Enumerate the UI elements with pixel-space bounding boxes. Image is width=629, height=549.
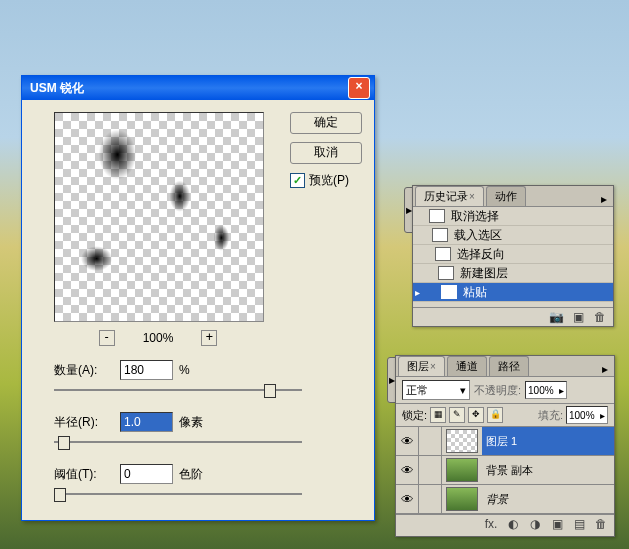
opacity-input[interactable]: 100%▸ xyxy=(525,381,567,399)
threshold-label: 阈值(T): xyxy=(54,466,114,483)
history-item[interactable]: 取消选择 xyxy=(413,207,613,226)
amount-slider[interactable] xyxy=(54,382,302,398)
history-item[interactable]: 选择反向 xyxy=(413,245,613,264)
history-item[interactable]: ▸粘贴 xyxy=(413,283,613,302)
preview-image[interactable] xyxy=(54,112,264,322)
zoom-out-button[interactable]: - xyxy=(99,330,115,346)
fill-input[interactable]: 100%▸ xyxy=(566,406,608,424)
history-new-icon[interactable]: ▣ xyxy=(571,310,585,324)
ok-button[interactable]: 确定 xyxy=(290,112,362,134)
layer-item[interactable]: 👁背景 xyxy=(396,485,614,514)
history-step-icon xyxy=(438,266,454,280)
blend-mode-select[interactable]: 正常▾ xyxy=(402,380,470,400)
tab-layers[interactable]: 图层× xyxy=(398,356,445,376)
fill-label: 填充: xyxy=(538,408,563,423)
layer-thumbnail[interactable] xyxy=(446,429,478,453)
link-column[interactable] xyxy=(419,456,442,484)
layer-thumbnail[interactable] xyxy=(446,458,478,482)
history-step-icon xyxy=(432,228,448,242)
link-column[interactable] xyxy=(419,427,442,455)
layer-adjust-icon[interactable]: ◑ xyxy=(528,517,542,531)
layer-name-label[interactable]: 背景 副本 xyxy=(482,456,614,484)
dialog-titlebar[interactable]: USM 锐化 × xyxy=(22,76,374,100)
radius-unit: 像素 xyxy=(179,414,203,431)
history-item-label: 粘贴 xyxy=(463,284,487,301)
dialog-title: USM 锐化 xyxy=(26,80,348,97)
layer-thumbnail[interactable] xyxy=(446,487,478,511)
radius-slider[interactable] xyxy=(54,434,302,450)
opacity-label: 不透明度: xyxy=(474,383,521,398)
layers-panel: 图层× 通道 路径 ▸ 正常▾ 不透明度: 100%▸ 锁定: ▦ ✎ ✥ 🔒 … xyxy=(395,355,615,537)
tab-paths[interactable]: 路径 xyxy=(489,356,529,376)
amount-input[interactable]: 180 xyxy=(120,360,173,380)
usm-sharpen-dialog: USM 锐化 × 确定 取消 ✓ 预览(P) - 100% + 数量(A): 1… xyxy=(21,75,375,521)
layer-trash-icon[interactable]: 🗑 xyxy=(594,517,608,531)
layer-name-label[interactable]: 背景 xyxy=(482,485,614,513)
lock-transparency-icon[interactable]: ▦ xyxy=(430,407,446,423)
amount-label: 数量(A): xyxy=(54,362,114,379)
cancel-button[interactable]: 取消 xyxy=(290,142,362,164)
lock-pixels-icon[interactable]: ✎ xyxy=(449,407,465,423)
layer-list: 👁图层 1👁背景 副本👁背景 xyxy=(396,427,614,514)
layers-menu-icon[interactable]: ▸ xyxy=(596,362,614,376)
threshold-slider[interactable] xyxy=(54,486,302,502)
history-step-icon xyxy=(435,247,451,261)
tab-channels[interactable]: 通道 xyxy=(447,356,487,376)
history-item-label: 取消选择 xyxy=(451,208,499,225)
tab-actions[interactable]: 动作 xyxy=(486,186,526,206)
history-step-icon xyxy=(429,209,445,223)
layer-fx-icon[interactable]: fx. xyxy=(484,517,498,531)
close-icon[interactable]: × xyxy=(348,77,370,99)
layer-item[interactable]: 👁图层 1 xyxy=(396,427,614,456)
history-item[interactable]: 新建图层 xyxy=(413,264,613,283)
lock-label: 锁定: xyxy=(402,408,427,423)
threshold-unit: 色阶 xyxy=(179,466,203,483)
lock-all-icon[interactable]: 🔒 xyxy=(487,407,503,423)
visibility-icon[interactable]: 👁 xyxy=(396,485,419,513)
history-item[interactable]: 载入选区 xyxy=(413,226,613,245)
history-trash-icon[interactable]: 🗑 xyxy=(593,310,607,324)
preview-checkbox[interactable]: ✓ xyxy=(290,173,305,188)
layer-name-label[interactable]: 图层 1 xyxy=(482,427,614,455)
layer-folder-icon[interactable]: ▣ xyxy=(550,517,564,531)
layer-item[interactable]: 👁背景 副本 xyxy=(396,456,614,485)
link-column[interactable] xyxy=(419,485,442,513)
layer-mask-icon[interactable]: ◐ xyxy=(506,517,520,531)
visibility-icon[interactable]: 👁 xyxy=(396,427,419,455)
history-item-label: 载入选区 xyxy=(454,227,502,244)
history-step-icon xyxy=(441,285,457,299)
radius-input[interactable]: 1.0 xyxy=(120,412,173,432)
preview-label: 预览(P) xyxy=(309,172,349,189)
visibility-icon[interactable]: 👁 xyxy=(396,456,419,484)
radius-label: 半径(R): xyxy=(54,414,114,431)
zoom-level: 100% xyxy=(143,331,174,345)
layer-new-icon[interactable]: ▤ xyxy=(572,517,586,531)
history-item-label: 选择反向 xyxy=(457,246,505,263)
threshold-input[interactable]: 0 xyxy=(120,464,173,484)
history-list: 取消选择载入选区选择反向新建图层▸粘贴 xyxy=(413,207,613,307)
lock-position-icon[interactable]: ✥ xyxy=(468,407,484,423)
history-menu-icon[interactable]: ▸ xyxy=(595,192,613,206)
history-item-label: 新建图层 xyxy=(460,265,508,282)
amount-unit: % xyxy=(179,363,190,377)
history-snapshot-icon[interactable]: 📷 xyxy=(549,310,563,324)
history-panel: 历史记录× 动作 ▸ 取消选择载入选区选择反向新建图层▸粘贴 📷 ▣ 🗑 xyxy=(412,185,614,327)
zoom-in-button[interactable]: + xyxy=(201,330,217,346)
tab-history[interactable]: 历史记录× xyxy=(415,186,484,206)
